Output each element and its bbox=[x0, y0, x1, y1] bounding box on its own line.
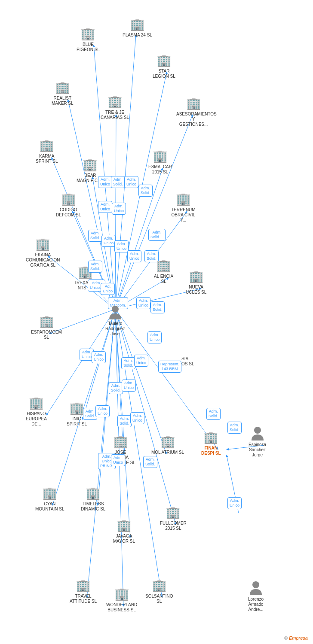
badge-adm-solid-9[interactable]: Adm.Solid. bbox=[109, 382, 123, 394]
brand-name: Empresa bbox=[289, 635, 308, 641]
badge-adm-unico-10[interactable]: Adm.Unico bbox=[147, 331, 162, 343]
badge-adm-solid-6[interactable]: Adm.Solid. bbox=[88, 261, 102, 273]
node-fullcomer2015[interactable]: 🏢 FULLCOMER2015 SL bbox=[160, 504, 187, 531]
node-realistmaker[interactable]: 🏢 REALISTMAKER SL bbox=[52, 79, 74, 106]
badge-adm-unico-2[interactable]: Adm.Unico bbox=[124, 176, 138, 188]
badge-adm-unico-19[interactable]: Adm.Unico bbox=[227, 497, 242, 509]
node-trejecanarias[interactable]: 🏢 TRE & JECANARIAS SL bbox=[101, 94, 129, 120]
node-terrenumobra[interactable]: 🏢 TERRENUMOBRA CIVILY... bbox=[171, 191, 196, 223]
node-finandespi[interactable]: 🏢 FINANDESPI SL bbox=[201, 429, 221, 456]
badge-adm-unico-16[interactable]: Adm.Unico bbox=[130, 412, 144, 424]
badge-adm-solid-1[interactable]: Adm.Solid. bbox=[111, 176, 125, 188]
badge-label: Adm.Solid. bbox=[143, 456, 157, 468]
node-alencia[interactable]: 🏢 AL ENCIASL bbox=[154, 258, 173, 284]
node-ekainacomunicacion[interactable]: 🏢 EKAINACOMUNICACIONGRAFICA SL bbox=[26, 236, 60, 268]
node-label: CYANMOUNTAIN SL bbox=[35, 501, 64, 512]
building-icon: 🏢 bbox=[166, 504, 181, 520]
svg-line-0 bbox=[115, 35, 136, 309]
node-label: CODIGODEFCOM SL bbox=[56, 207, 81, 218]
node-label: AL ENCIASL bbox=[154, 274, 173, 284]
node-bluepigeon[interactable]: 🏢 BLUEPIGEON SL bbox=[77, 26, 100, 52]
svg-point-30 bbox=[112, 306, 119, 313]
node-taulero[interactable]: TauleroRodriguezJose bbox=[105, 305, 125, 337]
badge-adm-unico-13[interactable]: Adm.Unico bbox=[134, 355, 148, 367]
badge-adm-solid-12[interactable]: Adm.Solid. bbox=[227, 422, 242, 434]
badge-adm-unico-18[interactable]: Adm.Unico bbox=[111, 454, 125, 466]
badge-label: Adm.Unico bbox=[147, 331, 162, 343]
badge-adm-unico-12[interactable]: Adm.Unico bbox=[92, 351, 106, 363]
node-starlegion[interactable]: 🏢 STARLEGION SL bbox=[153, 52, 175, 79]
svg-point-32 bbox=[252, 581, 259, 588]
node-nuevaucles[interactable]: 🏢 NUEVAUCLES SL bbox=[186, 268, 206, 295]
person-icon bbox=[107, 305, 123, 320]
node-label: FULLCOMER2015 SL bbox=[160, 521, 187, 531]
node-javagamayor[interactable]: 🏢 JAVAGAMAYOR SL bbox=[113, 517, 135, 544]
node-timelessdinamic[interactable]: 🏢 TIMELESSDINAMIC SL bbox=[81, 485, 105, 512]
badge-adm-solid-11[interactable]: Adm.Solid. bbox=[206, 408, 221, 420]
node-label: NUEVAUCLES SL bbox=[186, 285, 206, 295]
badge-adm-unico-6[interactable]: Adm.Unico bbox=[114, 240, 129, 252]
node-label: TRE & JECANARIAS SL bbox=[101, 110, 129, 120]
node-label: EspinosaSanchezJorge bbox=[249, 442, 266, 458]
building-icon: 🏢 bbox=[129, 16, 145, 32]
network-diagram: 🏢 PLASMA 24 SL 🏢 BLUEPIGEON SL 🏢 STARLEG… bbox=[0, 0, 313, 644]
building-icon: 🏢 bbox=[153, 148, 168, 164]
node-label: TRAVELATTITUDE SL bbox=[70, 594, 97, 604]
label-sia: SIAOS SL bbox=[181, 356, 194, 367]
node-cyanmountain[interactable]: 🏢 CYANMOUNTAIN SL bbox=[35, 485, 64, 512]
building-icon: 🏢 bbox=[39, 313, 54, 329]
badge-label: Adm.Solid. bbox=[206, 408, 221, 420]
node-esparomcem[interactable]: 🏢 ESPAROMCEM SL bbox=[29, 313, 64, 340]
badge-label: Adm.Unico bbox=[95, 405, 110, 417]
badge-label: Adm.Solid. bbox=[117, 415, 132, 427]
building-icon: 🏢 bbox=[55, 79, 70, 95]
badge-label: Adm.Unico bbox=[112, 203, 126, 215]
node-espinosasanchez[interactable]: EspinosaSanchezJorge bbox=[249, 426, 266, 458]
badge-label: Adm.Unico bbox=[227, 497, 242, 509]
badge-adm-unico-5[interactable]: Adm.Unico bbox=[101, 235, 116, 247]
badge-label: Adm.Solid. bbox=[88, 230, 102, 242]
badge-adm-solid-10[interactable]: Adm.Solid. bbox=[83, 408, 97, 420]
badge-adm-unico-4[interactable]: Adm.Unico bbox=[112, 203, 126, 215]
building-icon: 🏢 bbox=[83, 157, 98, 172]
node-wonderlandbusiness[interactable]: 🏢 WONDERLANDBUSINESS SL bbox=[106, 586, 137, 613]
badge-ad-unico-1[interactable]: Ad.Unico bbox=[101, 283, 115, 295]
badge-label: Adm.Solid. bbox=[109, 382, 123, 394]
building-icon: 🏢 bbox=[86, 485, 101, 501]
node-lorenzoarmado[interactable]: LorenzoArmadoAndre... bbox=[248, 580, 264, 612]
node-travelattitude[interactable]: 🏢 TRAVELATTITUDE SL bbox=[70, 577, 97, 604]
badge-adm-solid-8[interactable]: Adm.Solid. bbox=[121, 357, 135, 369]
building-icon: 🏢 bbox=[156, 258, 172, 273]
badge-adm-unico-14[interactable]: Adm.Unico bbox=[122, 380, 136, 392]
badge-label: Adm.Unico bbox=[111, 454, 125, 466]
badge-adm-unico-1[interactable]: Adm.Unico bbox=[98, 176, 112, 188]
node-hispanoeuropea[interactable]: 🏢 HISPANOEUROPEADE... bbox=[26, 395, 47, 427]
badge-adm-unico-3[interactable]: Adm.Unico bbox=[98, 201, 112, 213]
node-molatrium[interactable]: 🏢 MOL ATRIUM SL bbox=[151, 434, 184, 455]
building-icon: 🏢 bbox=[107, 94, 123, 109]
badge-adm-unico-7[interactable]: Adm.Unico bbox=[127, 250, 141, 262]
badge-adm-solid-2[interactable]: Adm.Solid. bbox=[138, 185, 153, 197]
node-label: FINANDESPI SL bbox=[201, 446, 221, 456]
badge-adm-unico-15[interactable]: Adm.Unico bbox=[95, 405, 110, 417]
node-asesoramientos[interactable]: 🏢 ASESORAMIENTOSYGESTIONES... bbox=[176, 95, 211, 127]
badge-adm-unico-9[interactable]: Adm.Unico bbox=[136, 297, 150, 309]
building-icon: 🏢 bbox=[188, 268, 204, 284]
building-icon: 🏢 bbox=[35, 236, 51, 252]
badge-label: Adm.Solid. bbox=[121, 357, 135, 369]
node-solsantino[interactable]: 🏢 SOLSANTINOSL bbox=[145, 577, 173, 604]
badge-adm-solid-3[interactable]: Adm.Solid.... bbox=[148, 229, 166, 241]
node-esmalcar2015[interactable]: 🏢 ESMALCAR2015 SL bbox=[148, 148, 172, 175]
badge-adm-solid-13[interactable]: Adm.Solid. bbox=[117, 415, 132, 427]
node-codigodefcom[interactable]: 🏢 CODIGODEFCOM SL bbox=[56, 191, 81, 218]
badge-adm-solid-4[interactable]: Adm.Solid. bbox=[88, 230, 102, 242]
badge-label: Adm.Solid.... bbox=[148, 229, 166, 241]
badge-adm-solid-7[interactable]: Adm.Solid. bbox=[150, 301, 165, 313]
node-label: TauleroRodriguezJose bbox=[105, 321, 125, 337]
node-karmaspirit[interactable]: 🏢 KARMASPRINT SL bbox=[36, 137, 58, 164]
node-plasma24[interactable]: 🏢 PLASMA 24 SL bbox=[123, 16, 152, 38]
node-label: TIMELESSDINAMIC SL bbox=[81, 501, 105, 512]
badge-represent-143[interactable]: Represent.143 RRM bbox=[158, 361, 181, 373]
badge-adm-solid-14[interactable]: Adm.Solid. bbox=[143, 456, 157, 468]
badge-label: Adm.Solid. bbox=[88, 261, 102, 273]
